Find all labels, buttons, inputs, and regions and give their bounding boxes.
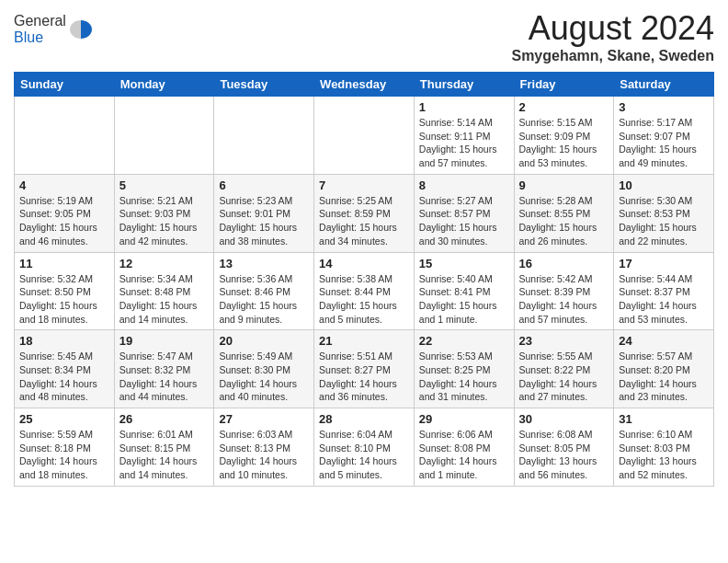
calendar-week-row: 1Sunrise: 5:14 AM Sunset: 9:11 PM Daylig… [15, 97, 714, 175]
day-detail: Sunrise: 5:57 AM Sunset: 8:20 PM Dayligh… [619, 350, 709, 404]
calendar-cell: 17Sunrise: 5:44 AM Sunset: 8:37 PM Dayli… [614, 252, 714, 330]
day-number: 31 [619, 412, 709, 426]
calendar-cell: 11Sunrise: 5:32 AM Sunset: 8:50 PM Dayli… [15, 252, 115, 330]
day-number: 15 [419, 257, 509, 270]
day-number: 21 [319, 334, 409, 348]
calendar-cell: 10Sunrise: 5:30 AM Sunset: 8:53 PM Dayli… [614, 174, 714, 252]
day-number: 20 [219, 334, 309, 348]
calendar-cell: 3Sunrise: 5:17 AM Sunset: 9:07 PM Daylig… [614, 97, 714, 175]
day-detail: Sunrise: 5:51 AM Sunset: 8:27 PM Dayligh… [319, 350, 409, 404]
header: General Blue August 2024 Smygehamn, Skan… [14, 9, 714, 64]
day-number: 13 [219, 257, 309, 270]
day-number: 24 [619, 334, 709, 348]
calendar-cell: 20Sunrise: 5:49 AM Sunset: 8:30 PM Dayli… [214, 330, 314, 408]
day-detail: Sunrise: 5:42 AM Sunset: 8:39 PM Dayligh… [519, 272, 609, 327]
calendar-day-header: Monday [114, 73, 214, 97]
day-detail: Sunrise: 5:28 AM Sunset: 8:55 PM Dayligh… [519, 194, 609, 248]
day-number: 18 [19, 334, 109, 348]
day-number: 12 [119, 257, 210, 270]
day-number: 19 [119, 334, 210, 348]
day-number: 6 [219, 178, 309, 192]
calendar-cell: 27Sunrise: 6:03 AM Sunset: 8:13 PM Dayli… [214, 408, 314, 487]
day-detail: Sunrise: 5:36 AM Sunset: 8:46 PM Dayligh… [219, 272, 309, 327]
location-title: Smygehamn, Skane, Sweden [511, 48, 714, 64]
calendar-cell: 6Sunrise: 5:23 AM Sunset: 9:01 PM Daylig… [214, 174, 314, 252]
day-detail: Sunrise: 5:44 AM Sunset: 8:37 PM Dayligh… [619, 272, 709, 327]
logo-icon [68, 17, 94, 42]
day-detail: Sunrise: 5:45 AM Sunset: 8:34 PM Dayligh… [19, 350, 109, 404]
day-detail: Sunrise: 5:53 AM Sunset: 8:25 PM Dayligh… [419, 350, 509, 404]
day-detail: Sunrise: 6:01 AM Sunset: 8:15 PM Dayligh… [119, 428, 210, 482]
calendar-cell: 14Sunrise: 5:38 AM Sunset: 8:44 PM Dayli… [314, 252, 415, 330]
day-number: 8 [419, 178, 509, 192]
day-number: 26 [119, 412, 210, 426]
day-detail: Sunrise: 5:23 AM Sunset: 9:01 PM Dayligh… [219, 194, 309, 248]
calendar-cell: 25Sunrise: 5:59 AM Sunset: 8:18 PM Dayli… [15, 408, 115, 487]
calendar-cell: 23Sunrise: 5:55 AM Sunset: 8:22 PM Dayli… [514, 330, 614, 408]
calendar-cell: 2Sunrise: 5:15 AM Sunset: 9:09 PM Daylig… [514, 97, 614, 175]
day-detail: Sunrise: 6:08 AM Sunset: 8:05 PM Dayligh… [519, 428, 609, 482]
calendar-cell [114, 97, 214, 175]
calendar-day-header: Sunday [15, 73, 115, 97]
day-detail: Sunrise: 6:04 AM Sunset: 8:10 PM Dayligh… [319, 428, 409, 482]
day-number: 22 [419, 334, 509, 348]
day-detail: Sunrise: 5:34 AM Sunset: 8:48 PM Dayligh… [119, 272, 210, 327]
calendar-cell: 7Sunrise: 5:25 AM Sunset: 8:59 PM Daylig… [314, 174, 415, 252]
calendar-cell: 21Sunrise: 5:51 AM Sunset: 8:27 PM Dayli… [314, 330, 415, 408]
calendar-cell: 8Sunrise: 5:27 AM Sunset: 8:57 PM Daylig… [414, 174, 514, 252]
calendar-cell: 19Sunrise: 5:47 AM Sunset: 8:32 PM Dayli… [114, 330, 214, 408]
day-number: 7 [319, 178, 409, 192]
day-detail: Sunrise: 5:27 AM Sunset: 8:57 PM Dayligh… [419, 194, 509, 248]
month-year-title: August 2024 [511, 9, 714, 48]
day-number: 5 [119, 178, 210, 192]
calendar-cell: 26Sunrise: 6:01 AM Sunset: 8:15 PM Dayli… [114, 408, 214, 487]
calendar-cell [214, 97, 314, 175]
logo-blue-text: Blue [14, 29, 43, 45]
logo: General Blue [14, 13, 94, 46]
calendar-day-header: Saturday [614, 73, 714, 97]
day-number: 28 [319, 412, 409, 426]
day-detail: Sunrise: 5:15 AM Sunset: 9:09 PM Dayligh… [519, 116, 609, 170]
calendar-cell: 24Sunrise: 5:57 AM Sunset: 8:20 PM Dayli… [614, 330, 714, 408]
day-number: 14 [319, 257, 409, 270]
calendar-cell [15, 97, 115, 175]
day-detail: Sunrise: 5:49 AM Sunset: 8:30 PM Dayligh… [219, 350, 309, 404]
day-detail: Sunrise: 5:21 AM Sunset: 9:03 PM Dayligh… [119, 194, 210, 248]
calendar-cell: 22Sunrise: 5:53 AM Sunset: 8:25 PM Dayli… [414, 330, 514, 408]
day-number: 17 [619, 257, 709, 270]
calendar-cell: 9Sunrise: 5:28 AM Sunset: 8:55 PM Daylig… [514, 174, 614, 252]
day-number: 16 [519, 257, 609, 270]
day-number: 30 [519, 412, 609, 426]
day-number: 4 [19, 178, 109, 192]
calendar-week-row: 4Sunrise: 5:19 AM Sunset: 9:05 PM Daylig… [15, 174, 714, 252]
calendar-day-header: Tuesday [214, 73, 314, 97]
calendar-week-row: 25Sunrise: 5:59 AM Sunset: 8:18 PM Dayli… [15, 408, 714, 487]
calendar-cell: 5Sunrise: 5:21 AM Sunset: 9:03 PM Daylig… [114, 174, 214, 252]
calendar-cell [314, 97, 415, 175]
day-detail: Sunrise: 5:19 AM Sunset: 9:05 PM Dayligh… [19, 194, 109, 248]
logo-general-text: General [14, 13, 66, 29]
day-number: 1 [419, 100, 509, 114]
day-detail: Sunrise: 5:40 AM Sunset: 8:41 PM Dayligh… [419, 272, 509, 327]
day-detail: Sunrise: 5:55 AM Sunset: 8:22 PM Dayligh… [519, 350, 609, 404]
calendar-day-header: Thursday [414, 73, 514, 97]
day-detail: Sunrise: 5:38 AM Sunset: 8:44 PM Dayligh… [319, 272, 409, 327]
calendar-cell: 4Sunrise: 5:19 AM Sunset: 9:05 PM Daylig… [15, 174, 115, 252]
calendar-header-row: SundayMondayTuesdayWednesdayThursdayFrid… [15, 73, 714, 97]
calendar-cell: 1Sunrise: 5:14 AM Sunset: 9:11 PM Daylig… [414, 97, 514, 175]
calendar-cell: 28Sunrise: 6:04 AM Sunset: 8:10 PM Dayli… [314, 408, 415, 487]
calendar-cell: 16Sunrise: 5:42 AM Sunset: 8:39 PM Dayli… [514, 252, 614, 330]
day-detail: Sunrise: 6:06 AM Sunset: 8:08 PM Dayligh… [419, 428, 509, 482]
day-detail: Sunrise: 5:32 AM Sunset: 8:50 PM Dayligh… [19, 272, 109, 327]
calendar-cell: 31Sunrise: 6:10 AM Sunset: 8:03 PM Dayli… [614, 408, 714, 487]
calendar-cell: 29Sunrise: 6:06 AM Sunset: 8:08 PM Dayli… [414, 408, 514, 487]
calendar-day-header: Friday [514, 73, 614, 97]
day-number: 27 [219, 412, 309, 426]
calendar-cell: 15Sunrise: 5:40 AM Sunset: 8:41 PM Dayli… [414, 252, 514, 330]
calendar-cell: 18Sunrise: 5:45 AM Sunset: 8:34 PM Dayli… [15, 330, 115, 408]
calendar-week-row: 11Sunrise: 5:32 AM Sunset: 8:50 PM Dayli… [15, 252, 714, 330]
day-number: 11 [19, 257, 109, 270]
day-detail: Sunrise: 5:25 AM Sunset: 8:59 PM Dayligh… [319, 194, 409, 248]
day-number: 2 [519, 100, 609, 114]
day-detail: Sunrise: 5:47 AM Sunset: 8:32 PM Dayligh… [119, 350, 210, 404]
